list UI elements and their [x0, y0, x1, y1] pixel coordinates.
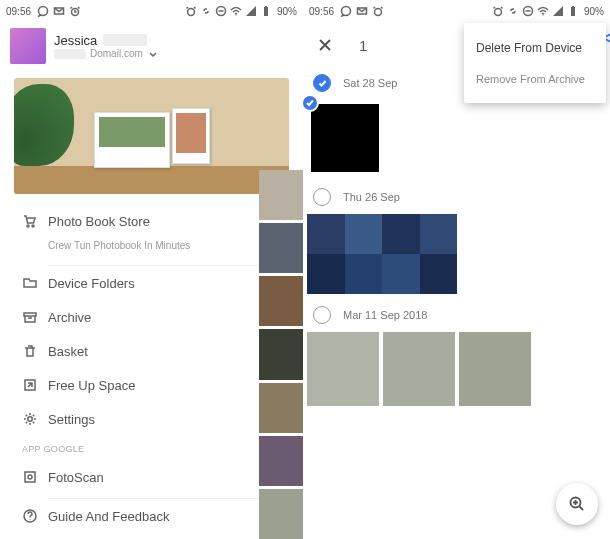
photo-thumb[interactable]: [307, 214, 457, 294]
battery-text: 90%: [277, 6, 297, 17]
right-screen: 09:56 90% 1 Sat 28 Sep: [303, 0, 610, 539]
thumb-row-3: [303, 330, 610, 412]
free-up-label: Free Up Space: [48, 378, 289, 393]
close-selection-button[interactable]: [315, 35, 335, 55]
link-icon: [200, 5, 212, 17]
svg-rect-13: [25, 472, 35, 482]
help-icon: [22, 508, 48, 524]
whatsapp-icon: [37, 5, 49, 17]
status-bar-right: 09:56 90%: [303, 0, 610, 22]
free-up-row[interactable]: Free Up Space: [0, 368, 303, 402]
date-group-row[interactable]: Thu 26 Sep: [303, 182, 610, 212]
menu-delete-from-device[interactable]: Delete From Device: [464, 33, 606, 63]
signal-icon: [245, 5, 257, 17]
dnd-icon: [522, 5, 534, 17]
device-folders-row[interactable]: Device Folders: [0, 266, 303, 300]
guide-label: Guide And Feedback: [48, 509, 289, 524]
user-name: Jessica: [54, 33, 97, 48]
svg-point-18: [375, 9, 382, 16]
selection-count: 1: [359, 37, 367, 54]
svg-point-8: [27, 225, 29, 227]
group-checkbox[interactable]: [313, 188, 331, 206]
battery-icon: [567, 5, 579, 17]
svg-point-19: [494, 9, 501, 16]
settings-row[interactable]: Settings: [0, 402, 303, 436]
redacted-email: [54, 49, 86, 59]
overflow-menu: Delete From Device Remove From Archive: [464, 23, 606, 103]
photo-book-sub: Crew Tun Photobook In Minutes: [0, 238, 303, 261]
svg-point-21: [542, 14, 543, 15]
svg-point-3: [187, 9, 194, 16]
fotoscan-label: FotoScan: [48, 470, 269, 485]
mail-icon: [53, 5, 65, 17]
status-bar: 09:56 90%: [0, 0, 303, 22]
svg-point-14: [28, 475, 32, 479]
basket-label: Basket: [48, 344, 289, 359]
photo-thumb-selected[interactable]: [307, 100, 383, 176]
guide-row[interactable]: Guide And Feedback: [0, 499, 303, 533]
left-screen: 09:56 90% Jessica Domail.com: [0, 0, 303, 539]
status-time: 09:56: [6, 6, 31, 17]
section-app-google: APP GOOGLE: [0, 436, 303, 460]
free-up-icon: [22, 377, 48, 393]
svg-rect-7: [265, 6, 267, 8]
avatar: [10, 28, 46, 64]
svg-rect-6: [264, 7, 268, 16]
zoom-in-button[interactable]: [556, 483, 598, 525]
date-label: Thu 26 Sep: [343, 191, 400, 203]
fotoscan-icon: [22, 469, 48, 485]
trash-icon: [22, 343, 48, 359]
settings-label: Settings: [48, 412, 289, 427]
battery-icon: [260, 5, 272, 17]
photo-book-store-row[interactable]: Photo Book Store: [0, 204, 303, 238]
archive-label: Archive: [48, 310, 289, 325]
check-badge-icon: [301, 94, 319, 112]
photo-thumb[interactable]: [383, 332, 455, 406]
email-domain: Domail.com: [90, 48, 143, 59]
redacted-name: [103, 34, 147, 46]
group-checkbox-checked[interactable]: [313, 74, 331, 92]
promo-card[interactable]: [14, 78, 289, 194]
basket-row[interactable]: Basket: [0, 334, 303, 368]
svg-point-12: [28, 417, 32, 421]
archive-icon: [22, 309, 48, 325]
svg-point-9: [32, 225, 34, 227]
whatsapp-icon: [340, 5, 352, 17]
date-group-row[interactable]: Mar 11 Sep 2018: [303, 300, 610, 330]
svg-rect-22: [571, 7, 575, 16]
svg-point-5: [235, 14, 236, 15]
thumb-row-1: [303, 98, 610, 182]
photo-book-title: Photo Book Store: [48, 214, 289, 229]
fotoscan-row[interactable]: FotoScan: [0, 460, 303, 494]
gear-icon: [22, 411, 48, 427]
photo-thumb[interactable]: [459, 332, 531, 406]
folder-icon: [22, 275, 48, 291]
svg-rect-10: [24, 313, 36, 316]
cart-icon: [22, 213, 48, 229]
archive-row[interactable]: Archive: [0, 300, 303, 334]
photo-thumb[interactable]: [307, 332, 379, 406]
link-icon: [507, 5, 519, 17]
alarm-icon: [372, 5, 384, 17]
date-label: Sat 28 Sep: [343, 77, 397, 89]
device-folders-label: Device Folders: [48, 276, 289, 291]
wifi-icon: [230, 5, 242, 17]
mail-icon: [356, 5, 368, 17]
group-checkbox[interactable]: [313, 306, 331, 324]
battery-text-right: 90%: [584, 6, 604, 17]
date-label: Mar 11 Sep 2018: [343, 309, 427, 321]
menu-remove-from-archive[interactable]: Remove From Archive: [464, 63, 606, 93]
signal-icon: [552, 5, 564, 17]
alarm-right-icon: [492, 5, 504, 17]
wifi-icon: [537, 5, 549, 17]
chevron-down-icon[interactable]: [147, 48, 159, 60]
drawer-header[interactable]: Jessica Domail.com: [0, 22, 303, 74]
alarm-icon: [69, 5, 81, 17]
svg-rect-23: [572, 6, 574, 8]
dnd-icon: [215, 5, 227, 17]
status-time-right: 09:56: [309, 6, 334, 17]
thumb-row-2: [303, 212, 610, 300]
grid-peek: [259, 170, 303, 539]
alarm-right-icon: [185, 5, 197, 17]
